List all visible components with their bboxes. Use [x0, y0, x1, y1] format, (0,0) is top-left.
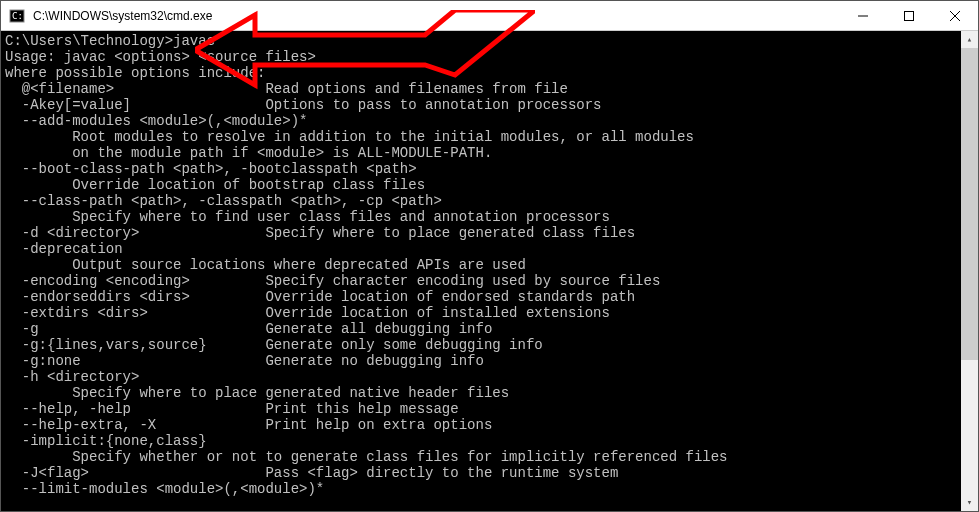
- terminal-line: where possible options include:: [5, 65, 974, 81]
- terminal-line: --help-extra, -X Print help on extra opt…: [5, 417, 974, 433]
- terminal-line: -g Generate all debugging info: [5, 321, 974, 337]
- terminal-line: -endorseddirs <dirs> Override location o…: [5, 289, 974, 305]
- scroll-up-button[interactable]: ▴: [961, 31, 978, 48]
- terminal-output: C:\Users\Technology>javacUsage: javac <o…: [5, 33, 974, 507]
- terminal-line: -extdirs <dirs> Override location of ins…: [5, 305, 974, 321]
- scroll-thumb[interactable]: [961, 48, 978, 360]
- svg-text:C:: C:: [12, 11, 23, 21]
- terminal-line: --boot-class-path <path>, -bootclasspath…: [5, 161, 974, 177]
- terminal-line: -J<flag> Pass <flag> directly to the run…: [5, 465, 974, 481]
- cmd-window: C: C:\WINDOWS\system32\cmd.exe C:\Users\…: [0, 0, 979, 512]
- terminal-line: on the module path if <module> is ALL-MO…: [5, 145, 974, 161]
- window-title: C:\WINDOWS\system32\cmd.exe: [33, 9, 840, 23]
- scrollbar[interactable]: ▴ ▾: [961, 31, 978, 511]
- terminal-line: -Akey[=value] Options to pass to annotat…: [5, 97, 974, 113]
- terminal-line: Override location of bootstrap class fil…: [5, 177, 974, 193]
- scroll-down-button[interactable]: ▾: [961, 494, 978, 511]
- terminal-line: Specify where to place generated native …: [5, 385, 974, 401]
- terminal-line: --limit-modules <module>(,<module>)*: [5, 481, 974, 497]
- terminal-line: Output source locations where deprecated…: [5, 257, 974, 273]
- svg-rect-3: [905, 11, 914, 20]
- terminal-line: C:\Users\Technology>javac: [5, 33, 974, 49]
- terminal-line: @<filename> Read options and filenames f…: [5, 81, 974, 97]
- cmd-icon: C:: [9, 8, 25, 24]
- terminal-line: -implicit:{none,class}: [5, 433, 974, 449]
- close-button[interactable]: [932, 1, 978, 30]
- window-controls: [840, 1, 978, 30]
- minimize-button[interactable]: [840, 1, 886, 30]
- terminal-line: Specify whether or not to generate class…: [5, 449, 974, 465]
- terminal-line: --add-modules <module>(,<module>)*: [5, 113, 974, 129]
- terminal-line: --help, -help Print this help message: [5, 401, 974, 417]
- terminal-line: -g:none Generate no debugging info: [5, 353, 974, 369]
- terminal-line: Usage: javac <options> <source files>: [5, 49, 974, 65]
- terminal-line: -encoding <encoding> Specify character e…: [5, 273, 974, 289]
- terminal-area[interactable]: C:\Users\Technology>javacUsage: javac <o…: [1, 31, 978, 511]
- terminal-line: Specify where to find user class files a…: [5, 209, 974, 225]
- terminal-line: Root modules to resolve in addition to t…: [5, 129, 974, 145]
- titlebar[interactable]: C: C:\WINDOWS\system32\cmd.exe: [1, 1, 978, 31]
- terminal-line: --class-path <path>, -classpath <path>, …: [5, 193, 974, 209]
- terminal-line: -g:{lines,vars,source} Generate only som…: [5, 337, 974, 353]
- scroll-track[interactable]: [961, 48, 978, 494]
- terminal-line: -d <directory> Specify where to place ge…: [5, 225, 974, 241]
- maximize-button[interactable]: [886, 1, 932, 30]
- terminal-line: -deprecation: [5, 241, 974, 257]
- terminal-line: -h <directory>: [5, 369, 974, 385]
